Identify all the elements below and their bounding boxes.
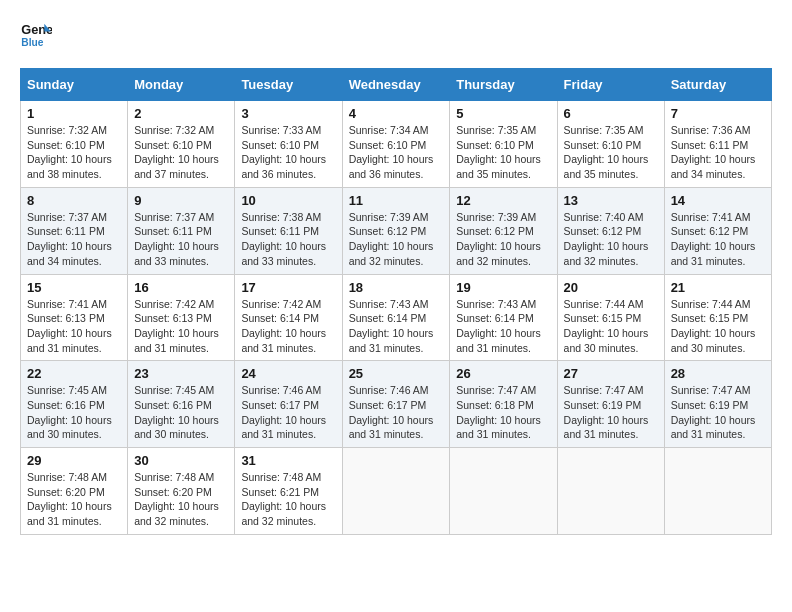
calendar-cell [664, 448, 771, 535]
calendar-week-row: 29 Sunrise: 7:48 AM Sunset: 6:20 PM Dayl… [21, 448, 772, 535]
calendar-cell: 28 Sunrise: 7:47 AM Sunset: 6:19 PM Dayl… [664, 361, 771, 448]
day-info: Sunrise: 7:32 AM Sunset: 6:10 PM Dayligh… [27, 123, 121, 182]
calendar-cell: 11 Sunrise: 7:39 AM Sunset: 6:12 PM Dayl… [342, 187, 450, 274]
day-number: 16 [134, 280, 228, 295]
day-number: 15 [27, 280, 121, 295]
day-number: 6 [564, 106, 658, 121]
calendar-cell: 8 Sunrise: 7:37 AM Sunset: 6:11 PM Dayli… [21, 187, 128, 274]
day-info: Sunrise: 7:37 AM Sunset: 6:11 PM Dayligh… [27, 210, 121, 269]
calendar-cell: 30 Sunrise: 7:48 AM Sunset: 6:20 PM Dayl… [128, 448, 235, 535]
weekday-header-saturday: Saturday [664, 69, 771, 101]
calendar-cell: 6 Sunrise: 7:35 AM Sunset: 6:10 PM Dayli… [557, 101, 664, 188]
day-number: 9 [134, 193, 228, 208]
day-info: Sunrise: 7:47 AM Sunset: 6:19 PM Dayligh… [671, 383, 765, 442]
day-info: Sunrise: 7:45 AM Sunset: 6:16 PM Dayligh… [134, 383, 228, 442]
day-number: 17 [241, 280, 335, 295]
calendar-week-row: 8 Sunrise: 7:37 AM Sunset: 6:11 PM Dayli… [21, 187, 772, 274]
day-info: Sunrise: 7:39 AM Sunset: 6:12 PM Dayligh… [456, 210, 550, 269]
day-number: 7 [671, 106, 765, 121]
day-number: 26 [456, 366, 550, 381]
day-number: 21 [671, 280, 765, 295]
day-info: Sunrise: 7:46 AM Sunset: 6:17 PM Dayligh… [349, 383, 444, 442]
day-number: 25 [349, 366, 444, 381]
weekday-header-tuesday: Tuesday [235, 69, 342, 101]
calendar-cell: 1 Sunrise: 7:32 AM Sunset: 6:10 PM Dayli… [21, 101, 128, 188]
day-number: 4 [349, 106, 444, 121]
day-number: 20 [564, 280, 658, 295]
day-info: Sunrise: 7:43 AM Sunset: 6:14 PM Dayligh… [456, 297, 550, 356]
logo: General Blue [20, 20, 56, 52]
day-number: 29 [27, 453, 121, 468]
weekday-header-monday: Monday [128, 69, 235, 101]
calendar-week-row: 15 Sunrise: 7:41 AM Sunset: 6:13 PM Dayl… [21, 274, 772, 361]
calendar-cell: 9 Sunrise: 7:37 AM Sunset: 6:11 PM Dayli… [128, 187, 235, 274]
day-info: Sunrise: 7:33 AM Sunset: 6:10 PM Dayligh… [241, 123, 335, 182]
day-info: Sunrise: 7:44 AM Sunset: 6:15 PM Dayligh… [671, 297, 765, 356]
day-number: 5 [456, 106, 550, 121]
logo-icon: General Blue [20, 20, 52, 52]
day-info: Sunrise: 7:35 AM Sunset: 6:10 PM Dayligh… [456, 123, 550, 182]
day-number: 30 [134, 453, 228, 468]
calendar-cell: 19 Sunrise: 7:43 AM Sunset: 6:14 PM Dayl… [450, 274, 557, 361]
day-info: Sunrise: 7:42 AM Sunset: 6:13 PM Dayligh… [134, 297, 228, 356]
svg-text:Blue: Blue [21, 37, 43, 48]
day-number: 24 [241, 366, 335, 381]
day-number: 8 [27, 193, 121, 208]
day-number: 22 [27, 366, 121, 381]
day-number: 27 [564, 366, 658, 381]
day-info: Sunrise: 7:36 AM Sunset: 6:11 PM Dayligh… [671, 123, 765, 182]
calendar-cell: 13 Sunrise: 7:40 AM Sunset: 6:12 PM Dayl… [557, 187, 664, 274]
day-info: Sunrise: 7:41 AM Sunset: 6:13 PM Dayligh… [27, 297, 121, 356]
day-number: 10 [241, 193, 335, 208]
day-number: 18 [349, 280, 444, 295]
day-info: Sunrise: 7:35 AM Sunset: 6:10 PM Dayligh… [564, 123, 658, 182]
calendar-cell: 2 Sunrise: 7:32 AM Sunset: 6:10 PM Dayli… [128, 101, 235, 188]
day-info: Sunrise: 7:32 AM Sunset: 6:10 PM Dayligh… [134, 123, 228, 182]
day-info: Sunrise: 7:41 AM Sunset: 6:12 PM Dayligh… [671, 210, 765, 269]
calendar-cell: 27 Sunrise: 7:47 AM Sunset: 6:19 PM Dayl… [557, 361, 664, 448]
calendar-cell: 14 Sunrise: 7:41 AM Sunset: 6:12 PM Dayl… [664, 187, 771, 274]
day-info: Sunrise: 7:38 AM Sunset: 6:11 PM Dayligh… [241, 210, 335, 269]
day-number: 23 [134, 366, 228, 381]
day-info: Sunrise: 7:34 AM Sunset: 6:10 PM Dayligh… [349, 123, 444, 182]
day-info: Sunrise: 7:45 AM Sunset: 6:16 PM Dayligh… [27, 383, 121, 442]
calendar-week-row: 1 Sunrise: 7:32 AM Sunset: 6:10 PM Dayli… [21, 101, 772, 188]
day-info: Sunrise: 7:47 AM Sunset: 6:18 PM Dayligh… [456, 383, 550, 442]
day-info: Sunrise: 7:47 AM Sunset: 6:19 PM Dayligh… [564, 383, 658, 442]
day-number: 12 [456, 193, 550, 208]
calendar-cell: 12 Sunrise: 7:39 AM Sunset: 6:12 PM Dayl… [450, 187, 557, 274]
calendar-week-row: 22 Sunrise: 7:45 AM Sunset: 6:16 PM Dayl… [21, 361, 772, 448]
calendar-cell: 3 Sunrise: 7:33 AM Sunset: 6:10 PM Dayli… [235, 101, 342, 188]
calendar-cell [557, 448, 664, 535]
calendar-cell: 24 Sunrise: 7:46 AM Sunset: 6:17 PM Dayl… [235, 361, 342, 448]
day-number: 14 [671, 193, 765, 208]
calendar-cell: 17 Sunrise: 7:42 AM Sunset: 6:14 PM Dayl… [235, 274, 342, 361]
day-number: 1 [27, 106, 121, 121]
day-number: 3 [241, 106, 335, 121]
day-info: Sunrise: 7:48 AM Sunset: 6:21 PM Dayligh… [241, 470, 335, 529]
page-header: General Blue [20, 20, 772, 52]
calendar-cell: 18 Sunrise: 7:43 AM Sunset: 6:14 PM Dayl… [342, 274, 450, 361]
calendar-cell: 26 Sunrise: 7:47 AM Sunset: 6:18 PM Dayl… [450, 361, 557, 448]
day-number: 13 [564, 193, 658, 208]
calendar-cell: 31 Sunrise: 7:48 AM Sunset: 6:21 PM Dayl… [235, 448, 342, 535]
weekday-header-row: SundayMondayTuesdayWednesdayThursdayFrid… [21, 69, 772, 101]
calendar-cell: 16 Sunrise: 7:42 AM Sunset: 6:13 PM Dayl… [128, 274, 235, 361]
day-number: 19 [456, 280, 550, 295]
day-info: Sunrise: 7:48 AM Sunset: 6:20 PM Dayligh… [134, 470, 228, 529]
weekday-header-sunday: Sunday [21, 69, 128, 101]
day-info: Sunrise: 7:44 AM Sunset: 6:15 PM Dayligh… [564, 297, 658, 356]
calendar-cell: 22 Sunrise: 7:45 AM Sunset: 6:16 PM Dayl… [21, 361, 128, 448]
calendar-cell: 15 Sunrise: 7:41 AM Sunset: 6:13 PM Dayl… [21, 274, 128, 361]
weekday-header-friday: Friday [557, 69, 664, 101]
calendar-cell: 25 Sunrise: 7:46 AM Sunset: 6:17 PM Dayl… [342, 361, 450, 448]
day-number: 11 [349, 193, 444, 208]
day-number: 31 [241, 453, 335, 468]
day-info: Sunrise: 7:48 AM Sunset: 6:20 PM Dayligh… [27, 470, 121, 529]
calendar-table: SundayMondayTuesdayWednesdayThursdayFrid… [20, 68, 772, 535]
calendar-cell: 23 Sunrise: 7:45 AM Sunset: 6:16 PM Dayl… [128, 361, 235, 448]
calendar-cell [450, 448, 557, 535]
calendar-cell: 21 Sunrise: 7:44 AM Sunset: 6:15 PM Dayl… [664, 274, 771, 361]
calendar-cell: 20 Sunrise: 7:44 AM Sunset: 6:15 PM Dayl… [557, 274, 664, 361]
calendar-cell: 5 Sunrise: 7:35 AM Sunset: 6:10 PM Dayli… [450, 101, 557, 188]
